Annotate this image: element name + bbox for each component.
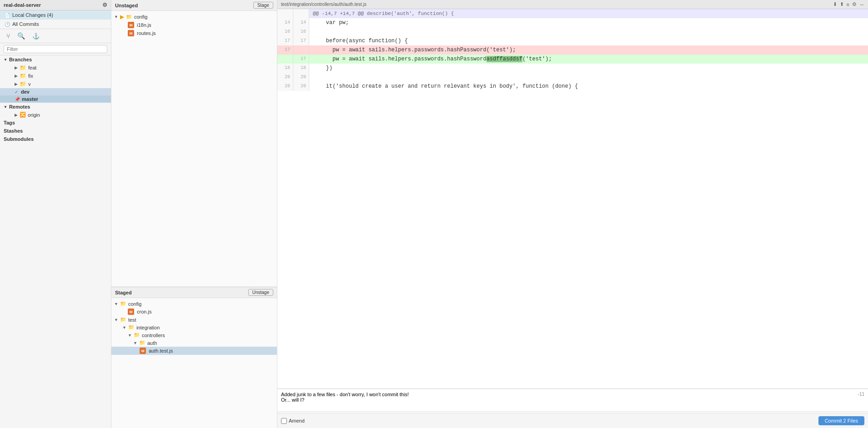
- diff-settings-btn[interactable]: ⚙: [852, 1, 857, 7]
- origin-folder-icon: 🔀: [20, 112, 26, 118]
- remotes-header[interactable]: ▼ Remotes: [0, 103, 111, 111]
- diff-header: test/integration/controllers/auth/auth.t…: [277, 0, 868, 9]
- branch-dev[interactable]: ✓ dev: [0, 88, 111, 95]
- gear-icon[interactable]: ⚙: [102, 2, 107, 8]
- app-title: real-deal-server: [4, 2, 41, 8]
- remote-origin[interactable]: ▶ 🔀 origin: [0, 111, 111, 119]
- staged-test-folder[interactable]: ▼ 📁 test: [111, 316, 277, 323]
- staged-cron-file[interactable]: M cron.js: [111, 308, 277, 316]
- diff-content: @@ -14,7 +14,7 @@ describe('auth', funct…: [277, 9, 868, 388]
- stage-btn[interactable]: Stage: [253, 2, 273, 9]
- amend-label[interactable]: Amend: [281, 418, 305, 424]
- staged-test-chevron: ▼: [114, 318, 118, 322]
- unstaged-config-label: config: [134, 14, 147, 20]
- origin-label: origin: [28, 112, 40, 118]
- left-tabs: 📄 Local Changes (4) 🕐 All Commits: [0, 10, 111, 29]
- v-label: v: [28, 81, 31, 87]
- diff-line-6: 20 20 it('should create a user and retur…: [277, 82, 868, 91]
- diff-prev-btn[interactable]: ⬇: [833, 1, 837, 7]
- left-sections: ▼ Branches ▶ 📁 feat ▶ 📁 fix ▶ 📁 v ✓ dev: [0, 55, 111, 428]
- local-changes-icon: 📄: [5, 13, 10, 18]
- char-count: -11: [858, 392, 864, 397]
- staged-config-folder-icon: 📁: [120, 301, 126, 307]
- branch-feat[interactable]: ▶ 📁 feat: [0, 64, 111, 72]
- diff-file-path: test/integration/controllers/auth/auth.t…: [281, 2, 366, 7]
- tags-section: Tags: [0, 119, 111, 127]
- feat-expand-icon: ▶: [15, 65, 18, 70]
- tab-local-changes[interactable]: 📄 Local Changes (4): [0, 10, 111, 20]
- branch-v[interactable]: ▶ 📁 v: [0, 80, 111, 88]
- config-chevron: ▼: [114, 15, 118, 19]
- integration-folder-icon: 📁: [128, 324, 135, 330]
- amend-checkbox[interactable]: [281, 418, 287, 424]
- branch-master[interactable]: 📌 master: [0, 95, 111, 103]
- tab-all-commits[interactable]: 🕐 All Commits: [0, 20, 111, 29]
- integration-chevron: ▼: [122, 325, 126, 330]
- controllers-label: controllers: [142, 333, 165, 338]
- submodules-section: Submodules: [0, 135, 111, 143]
- v-folder-icon: 📁: [20, 81, 26, 87]
- remotes-label: Remotes: [9, 104, 30, 109]
- master-label: master: [22, 96, 38, 102]
- staged-auth-folder[interactable]: ▼ 📁 auth: [111, 339, 277, 347]
- diff-line-5: 20 20: [277, 73, 868, 82]
- unstaged-config-folder[interactable]: ▼ ▶ 📁 config: [111, 13, 277, 21]
- app-header: real-deal-server ⚙: [0, 0, 111, 10]
- unstaged-header: Unstaged Stage: [111, 0, 277, 11]
- fix-expand-icon: ▶: [15, 74, 18, 78]
- diff-split-btn[interactable]: ↔: [859, 2, 864, 7]
- staged-controllers-folder[interactable]: ▼ 📁 controllers: [111, 331, 277, 339]
- staged-config-label: config: [128, 301, 141, 307]
- left-toolbar: ⑂ 🔍 ⚓: [0, 29, 111, 43]
- commit-message-input[interactable]: Added junk to a few files - don't worry,…: [277, 389, 868, 412]
- amend-text: Amend: [289, 418, 305, 423]
- controllers-chevron: ▼: [128, 333, 132, 338]
- staged-integration-folder[interactable]: ▼ 📁 integration: [111, 323, 277, 331]
- tab-all-commits-label: All Commits: [12, 21, 39, 27]
- diff-line-added: 17 pw = await sails.helpers.passwords.ha…: [277, 55, 868, 64]
- staged-test-folder-icon: 📁: [120, 317, 126, 323]
- diff-line-4: 18 18 }): [277, 64, 868, 73]
- cron-file-icon: M: [128, 309, 134, 315]
- staged-config-folder[interactable]: ▼ 📁 config: [111, 300, 277, 308]
- diff-controls: ⬇ ⬆ ≡ ⚙ ↔: [833, 1, 864, 7]
- diff-line-1: 14 14 var pw;: [277, 18, 868, 27]
- controllers-folder-icon: 📁: [134, 332, 140, 338]
- staged-auth-test-file[interactable]: M auth.test.js: [111, 347, 277, 355]
- branches-header[interactable]: ▼ Branches: [0, 55, 111, 64]
- unstaged-routes-file[interactable]: M routes.js: [111, 29, 277, 37]
- diff-line-removed: 17 pw = await sails.helpers.passwords.ha…: [277, 45, 868, 55]
- v-expand-icon: ▶: [15, 82, 18, 86]
- staged-config-chevron: ▼: [114, 302, 118, 306]
- middle-panel: Unstaged Stage ▼ ▶ 📁 config M i18n.js M …: [111, 0, 277, 428]
- unstaged-label: Unstaged: [115, 3, 138, 8]
- feat-folder-icon: 📁: [20, 65, 26, 71]
- commit-area: Added junk to a few files - don't worry,…: [277, 388, 868, 428]
- unstage-btn[interactable]: Unstage: [248, 289, 273, 296]
- filter-input[interactable]: [4, 45, 107, 53]
- search-toolbar-btn[interactable]: 🔍: [15, 31, 27, 40]
- auth-folder-icon: 📁: [139, 340, 146, 346]
- bookmark-toolbar-btn[interactable]: ⚓: [30, 32, 41, 40]
- commit-btn[interactable]: Commit 2 Files: [818, 416, 864, 425]
- diff-next-btn[interactable]: ⬆: [840, 1, 844, 7]
- unstaged-i18n-file[interactable]: M i18n.js: [111, 21, 277, 29]
- diff-line-3: 17 17 before(async function() {: [277, 36, 868, 45]
- tags-header[interactable]: Tags: [0, 119, 111, 127]
- diff-list-btn[interactable]: ≡: [847, 2, 849, 7]
- remotes-section: ▼ Remotes ▶ 🔀 origin: [0, 103, 111, 119]
- staged-header: Staged Unstage: [111, 287, 277, 298]
- submodules-label: Submodules: [4, 136, 34, 142]
- branch-fix[interactable]: ▶ 📁 fix: [0, 72, 111, 80]
- branch-toolbar-btn[interactable]: ⑂: [5, 31, 12, 40]
- submodules-header[interactable]: Submodules: [0, 135, 111, 143]
- master-pin-icon: 📌: [15, 97, 20, 102]
- commit-footer: Amend Commit 2 Files: [277, 413, 868, 428]
- char-added-span: asdffasddsf: [487, 56, 522, 62]
- commit-message-wrapper: Added junk to a few files - don't worry,…: [277, 389, 868, 413]
- branches-chevron: ▼: [4, 58, 7, 62]
- stashes-header[interactable]: Stashes: [0, 127, 111, 135]
- staged-label: Staged: [115, 290, 132, 295]
- tab-local-changes-label: Local Changes (4): [12, 12, 53, 18]
- auth-test-filename: auth.test.js: [149, 348, 173, 353]
